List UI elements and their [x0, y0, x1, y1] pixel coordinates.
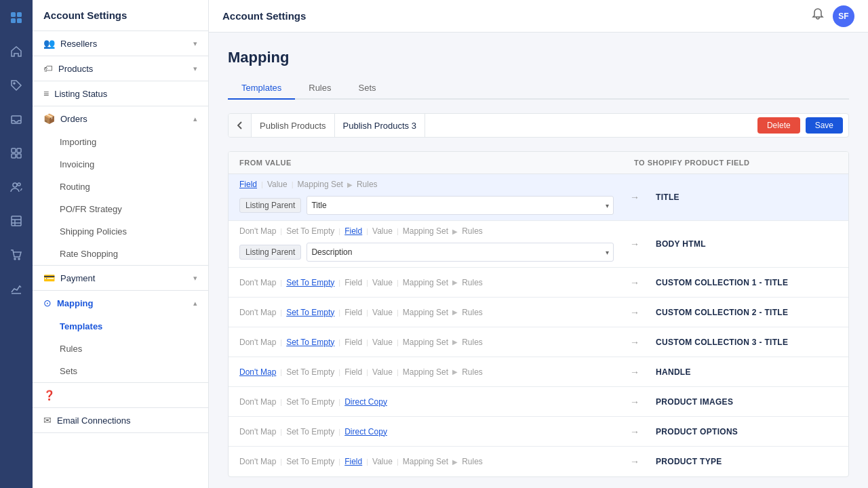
action-mapping-set-handle[interactable]: Mapping Set — [403, 367, 448, 377]
grid-icon[interactable] — [5, 142, 27, 164]
action-dont-map-product-type[interactable]: Don't Map — [239, 457, 276, 466]
action-rules-cc1[interactable]: Rules — [462, 278, 483, 287]
action-dont-map-product-options[interactable]: Don't Map — [239, 427, 276, 436]
sidebar-item-invoicing[interactable]: Invoicing — [33, 153, 208, 176]
sidebar-item-orders[interactable]: 📦Orders ▴ — [33, 106, 208, 131]
sidebar-item-email-connections[interactable]: ✉Email Connections — [33, 408, 208, 432]
action-field-cc1[interactable]: Field — [344, 278, 362, 287]
avatar[interactable]: SF — [833, 5, 854, 27]
sidebar-item-templates[interactable]: Templates — [33, 315, 208, 338]
delete-button[interactable]: Delete — [757, 117, 800, 134]
table-icon[interactable] — [5, 210, 27, 232]
sidebar-item-sets[interactable]: Sets — [33, 360, 208, 382]
action-set-empty-cc1[interactable]: Set To Empty — [286, 278, 334, 287]
action-dont-map-product-images[interactable]: Don't Map — [239, 397, 276, 407]
notification-bell-icon[interactable] — [811, 7, 825, 24]
action-mapping-set-cc3[interactable]: Mapping Set — [403, 338, 448, 347]
from-cell-cc3: Don't Map | Set To Empty | Field | Value… — [229, 327, 625, 357]
back-button[interactable] — [229, 114, 252, 137]
tag-icon[interactable] — [5, 75, 27, 96]
sidebar-item-rate-shopping[interactable]: Rate Shopping — [33, 243, 208, 265]
action-rules-body-html[interactable]: Rules — [462, 226, 483, 236]
svg-point-4 — [14, 83, 15, 84]
listing-status-icon: ≡ — [43, 88, 49, 99]
to-cell-cc3: CUSTOM COLLECTION 3 - TITLE — [645, 327, 848, 357]
logo-icon[interactable] — [5, 7, 27, 28]
action-value-product-type[interactable]: Value — [372, 457, 393, 466]
tab-templates[interactable]: Templates — [228, 77, 295, 100]
sidebar-item-mapping[interactable]: ⊙Mapping ▴ — [33, 291, 208, 315]
action-field-body-html[interactable]: Field — [344, 226, 362, 236]
sidebar-item-resellers[interactable]: 👥Resellers ▾ — [33, 31, 208, 56]
breadcrumb-publish-products[interactable]: Publish Products — [252, 114, 335, 137]
action-field-title[interactable]: Field — [239, 180, 257, 189]
sidebar-item-listing-status[interactable]: ≡Listing Status — [33, 81, 208, 106]
sidebar-item-routing[interactable]: Routing — [33, 176, 208, 198]
action-value-cc2[interactable]: Value — [372, 308, 393, 317]
sidebar-item-payment[interactable]: 💳Payment ▾ — [33, 266, 208, 290]
field-select-title[interactable]: Title ▾ — [307, 196, 614, 215]
mapping-actions-cc1: Don't Map | Set To Empty | Field | Value… — [239, 278, 614, 287]
action-field-product-type[interactable]: Field — [344, 457, 362, 466]
action-direct-copy-product-options[interactable]: Direct Copy — [344, 427, 387, 436]
action-mapping-set-cc2[interactable]: Mapping Set — [403, 308, 448, 317]
to-cell-product-options: PRODUCT OPTIONS — [645, 417, 848, 446]
action-set-empty-product-options[interactable]: Set To Empty — [286, 427, 334, 436]
action-dont-map-cc3[interactable]: Don't Map — [239, 338, 276, 347]
action-field-handle[interactable]: Field — [344, 367, 362, 377]
cart-icon[interactable] — [5, 244, 27, 266]
action-field-cc2[interactable]: Field — [344, 308, 362, 317]
action-set-empty-body-html[interactable]: Set To Empty — [286, 226, 334, 236]
action-dont-map-handle[interactable]: Don't Map — [239, 367, 276, 377]
field-select-body-html[interactable]: Description ▾ — [307, 243, 614, 262]
action-value-cc1[interactable]: Value — [372, 278, 393, 287]
action-rules-cc3[interactable]: Rules — [462, 338, 483, 347]
action-direct-copy-product-images[interactable]: Direct Copy — [344, 397, 387, 407]
action-mapping-set-title[interactable]: Mapping Set — [298, 180, 343, 189]
action-value-cc3[interactable]: Value — [372, 338, 393, 347]
sidebar-item-po-fr-strategy[interactable]: PO/FR Strategy — [33, 198, 208, 220]
action-value-handle[interactable]: Value — [372, 367, 393, 377]
action-set-empty-cc3[interactable]: Set To Empty — [286, 338, 334, 347]
action-set-empty-cc2[interactable]: Set To Empty — [286, 308, 334, 317]
sidebar-item-products[interactable]: 🏷Products ▾ — [33, 56, 208, 81]
sidebar-item-shipping-policies[interactable]: Shipping Policies — [33, 220, 208, 243]
action-dont-map-body-html[interactable]: Don't Map — [239, 226, 276, 236]
action-mapping-set-product-type[interactable]: Mapping Set — [403, 457, 448, 466]
tab-sets[interactable]: Sets — [345, 77, 390, 100]
action-dont-map-cc1[interactable]: Don't Map — [239, 278, 276, 287]
people-icon[interactable] — [5, 176, 27, 198]
chart-icon[interactable] — [5, 278, 27, 300]
action-rules-title[interactable]: Rules — [357, 180, 378, 189]
mapping-actions-product-options: Don't Map | Set To Empty | Direct Copy — [239, 427, 614, 436]
action-dont-map-cc2[interactable]: Don't Map — [239, 308, 276, 317]
tag-products-icon: 🏷 — [43, 63, 53, 74]
action-mapping-set-cc1[interactable]: Mapping Set — [403, 278, 448, 287]
help-icon: ❓ — [43, 390, 55, 401]
action-rules-cc2[interactable]: Rules — [462, 308, 483, 317]
breadcrumb-publish-products-3[interactable]: Publish Products 3 — [335, 114, 425, 137]
mapping-icon: ⊙ — [43, 298, 52, 308]
action-set-empty-product-images[interactable]: Set To Empty — [286, 397, 334, 407]
tabs: Templates Rules Sets — [228, 77, 849, 100]
action-mapping-set-body-html[interactable]: Mapping Set — [403, 226, 448, 236]
action-set-empty-product-type[interactable]: Set To Empty — [286, 457, 334, 466]
arrow-icon: ▶ — [452, 368, 458, 375]
arrow-cell: → — [625, 417, 645, 446]
action-rules-handle[interactable]: Rules — [462, 367, 483, 377]
action-value-body-html[interactable]: Value — [372, 226, 393, 236]
help-section: ❓ — [33, 383, 208, 408]
action-value-title[interactable]: Value — [267, 180, 288, 189]
sidebar-item-importing[interactable]: Importing — [33, 131, 208, 153]
tab-rules[interactable]: Rules — [295, 77, 344, 100]
action-rules-product-type[interactable]: Rules — [462, 457, 483, 466]
action-field-cc3[interactable]: Field — [344, 338, 362, 347]
home-icon[interactable] — [5, 41, 27, 62]
inbox-icon[interactable] — [5, 108, 27, 130]
save-button[interactable]: Save — [806, 117, 843, 134]
sidebar-item-help[interactable]: ❓ — [33, 383, 208, 407]
sidebar-item-rules[interactable]: Rules — [33, 338, 208, 360]
action-set-empty-handle[interactable]: Set To Empty — [286, 367, 334, 377]
mapping-section: ⊙Mapping ▴ Templates Rules Sets — [33, 291, 208, 383]
table-row: Field | Value | Mapping Set ▶ Rules List… — [229, 174, 848, 221]
